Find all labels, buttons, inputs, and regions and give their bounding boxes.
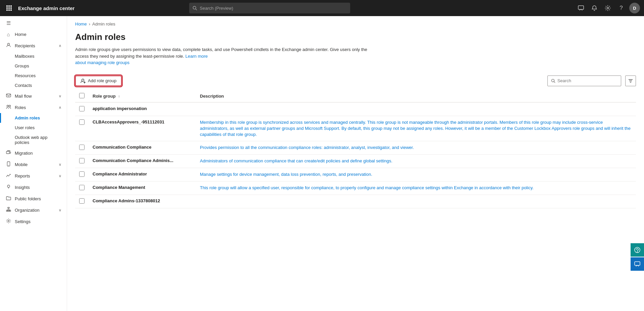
sidebar-item-mailflow[interactable]: Mail flow ∨ xyxy=(0,90,67,102)
help-icon[interactable]: ? xyxy=(616,3,627,13)
svg-rect-17 xyxy=(6,151,9,154)
breadcrumb-current: Admin roles xyxy=(92,21,115,27)
row-checkbox-5[interactable] xyxy=(79,185,85,190)
svg-rect-6 xyxy=(6,9,8,11)
main-layout: ☰ ⌂ Home Recipients ∧ Mailboxes Groups R… xyxy=(0,16,644,311)
svg-point-16 xyxy=(9,105,10,107)
page-header: Admin roles Admin role groups give users… xyxy=(67,29,644,71)
managing-role-groups-link[interactable]: about managing role groups xyxy=(75,60,129,65)
svg-line-10 xyxy=(196,9,197,10)
sidebar-item-recipients[interactable]: Recipients ∧ xyxy=(0,40,67,51)
svg-point-13 xyxy=(7,43,9,45)
page-description: Admin role groups give users permissions… xyxy=(75,46,377,66)
role-name-6: Compliance Admins-1337808012 xyxy=(93,198,160,203)
sidebar: ☰ ⌂ Home Recipients ∧ Mailboxes Groups R… xyxy=(0,16,67,311)
svg-point-20 xyxy=(7,185,10,188)
sidebar-item-outlookwebapp[interactable]: Outlook web app policies xyxy=(15,133,67,147)
table-row[interactable]: Compliance Admins-1337808012 xyxy=(75,195,636,208)
role-name-5: Compliance Management xyxy=(93,185,145,190)
svg-point-12 xyxy=(607,7,608,9)
sidebar-item-contacts[interactable]: Contacts xyxy=(15,81,67,90)
row-checkbox-4[interactable] xyxy=(79,171,85,177)
svg-rect-23 xyxy=(8,210,9,211)
table-row[interactable]: CLBAccessApprovers_-951112031 Membership… xyxy=(75,116,636,141)
sidebar-item-roles[interactable]: Roles ∧ xyxy=(0,102,67,113)
sidebar-item-insights[interactable]: Insights xyxy=(0,182,67,193)
svg-rect-1 xyxy=(8,5,10,7)
table-row[interactable]: Communication Compliance Provides permis… xyxy=(75,141,636,155)
svg-rect-7 xyxy=(8,9,10,11)
global-search-input[interactable] xyxy=(200,6,347,11)
add-role-group-button[interactable]: Add role group xyxy=(75,75,122,86)
sidebar-item-organization[interactable]: Organization ∨ xyxy=(0,204,67,216)
organization-chevron-icon: ∨ xyxy=(59,208,61,212)
table-search-input[interactable] xyxy=(557,78,618,83)
sidebar-item-migration[interactable]: Migration xyxy=(0,147,67,159)
page-title: Admin roles xyxy=(75,32,636,42)
sidebar-item-publicfolders[interactable]: Public folders xyxy=(0,193,67,204)
sidebar-item-home[interactable]: ⌂ Home xyxy=(0,29,67,40)
svg-rect-22 xyxy=(6,210,8,211)
role-desc-5: This role group will allow a specified u… xyxy=(200,185,534,190)
sidebar-sub-recipients: Mailboxes Groups Resources Contacts xyxy=(0,51,67,90)
app-title: Exchange admin center xyxy=(18,5,74,11)
breadcrumb-separator: › xyxy=(89,21,90,27)
row-checkbox-3[interactable] xyxy=(79,158,85,163)
sidebar-toggle[interactable]: ☰ xyxy=(0,17,67,29)
sidebar-item-groups[interactable]: Groups xyxy=(15,61,67,71)
topbar: Exchange admin center ? D xyxy=(0,0,644,16)
col-role-header[interactable]: Role group ↑ xyxy=(89,90,196,102)
table-row[interactable]: application impersonation xyxy=(75,102,636,116)
svg-rect-21 xyxy=(8,207,9,208)
breadcrumb-home-link[interactable]: Home xyxy=(75,21,87,27)
filter-button[interactable] xyxy=(625,75,636,86)
sidebar-item-reports[interactable]: Reports ∨ xyxy=(0,170,67,182)
sidebar-item-resources[interactable]: Resources xyxy=(15,71,67,81)
feedback-icon[interactable] xyxy=(576,3,586,13)
row-checkbox-6[interactable] xyxy=(79,198,85,204)
svg-point-35 xyxy=(637,252,638,252)
sidebar-item-mailboxes[interactable]: Mailboxes xyxy=(15,51,67,61)
role-name-1: CLBAccessApprovers_-951112031 xyxy=(93,119,164,124)
support-chat-button[interactable] xyxy=(631,243,644,257)
sidebar-item-mobile[interactable]: Mobile ∨ xyxy=(0,159,67,170)
recipients-chevron-icon: ∧ xyxy=(59,44,61,48)
insights-icon xyxy=(5,184,11,190)
table-search-box[interactable] xyxy=(547,75,621,86)
role-name-4: Compliance Administrator xyxy=(93,171,147,176)
table-body: application impersonation CLBAccessAppro… xyxy=(75,102,636,208)
toolbar: Add role group xyxy=(67,71,644,90)
svg-rect-14 xyxy=(6,94,11,97)
row-checkbox-0[interactable] xyxy=(79,106,85,111)
roles-table: Role group ↑ Description application imp… xyxy=(75,90,636,209)
sidebar-item-userroles[interactable]: User roles xyxy=(15,123,67,133)
waffle-menu-icon[interactable] xyxy=(4,3,14,13)
svg-line-30 xyxy=(554,82,555,83)
select-all-checkbox[interactable] xyxy=(79,93,85,98)
settings-icon[interactable] xyxy=(602,3,613,13)
global-search-box[interactable] xyxy=(189,3,350,13)
table-row[interactable]: Communication Compliance Adminis... Admi… xyxy=(75,155,636,168)
table-row[interactable]: Compliance Administrator Manage settings… xyxy=(75,168,636,182)
role-name-0: application impersonation xyxy=(93,106,147,111)
right-panel xyxy=(631,243,644,271)
home-icon: ⌂ xyxy=(5,32,11,37)
sidebar-item-settings[interactable]: Settings xyxy=(0,216,67,227)
learn-more-link[interactable]: Learn more xyxy=(185,54,208,59)
svg-rect-11 xyxy=(578,6,584,9)
mobile-chevron-icon: ∨ xyxy=(59,162,61,167)
svg-rect-4 xyxy=(8,7,10,9)
notification-icon[interactable] xyxy=(589,3,600,13)
user-avatar[interactable]: D xyxy=(629,3,640,13)
sort-arrow-icon: ↑ xyxy=(118,94,120,98)
sidebar-item-adminroles[interactable]: Admin roles xyxy=(15,113,67,123)
table-row[interactable]: Compliance Management This role group wi… xyxy=(75,182,636,195)
svg-rect-5 xyxy=(10,7,12,9)
role-desc-4: Manage settings for device management, d… xyxy=(200,172,372,177)
svg-rect-3 xyxy=(6,7,8,9)
col-check-header xyxy=(75,90,89,102)
row-checkbox-2[interactable] xyxy=(79,145,85,150)
migration-icon xyxy=(5,150,11,156)
row-checkbox-1[interactable] xyxy=(79,119,85,125)
feedback-chat-button[interactable] xyxy=(631,257,644,271)
